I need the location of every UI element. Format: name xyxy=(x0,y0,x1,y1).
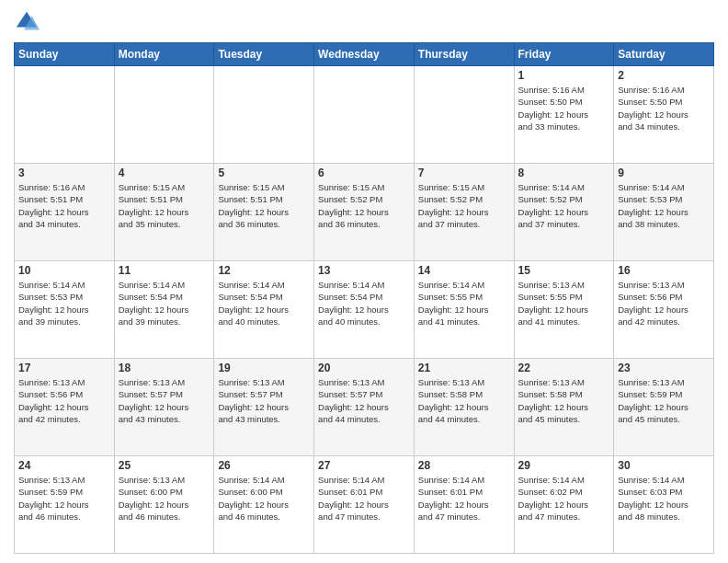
day-info: Sunrise: 5:14 AM Sunset: 6:02 PM Dayligh… xyxy=(518,474,610,523)
day-info: Sunrise: 5:13 AM Sunset: 5:55 PM Dayligh… xyxy=(518,279,610,327)
calendar-cell: 26Sunrise: 5:14 AM Sunset: 6:00 PM Dayli… xyxy=(214,456,314,554)
day-number: 18 xyxy=(119,362,210,374)
day-number: 3 xyxy=(18,167,110,179)
calendar-cell: 8Sunrise: 5:14 AM Sunset: 5:52 PM Daylig… xyxy=(514,164,614,261)
day-info: Sunrise: 5:15 AM Sunset: 5:52 PM Dayligh… xyxy=(318,181,410,230)
weekday-header-friday: Friday xyxy=(514,43,614,66)
calendar-cell: 23Sunrise: 5:13 AM Sunset: 5:59 PM Dayli… xyxy=(614,359,714,456)
day-info: Sunrise: 5:15 AM Sunset: 5:51 PM Dayligh… xyxy=(218,181,310,230)
day-number: 9 xyxy=(618,167,710,179)
logo xyxy=(14,9,43,35)
day-info: Sunrise: 5:13 AM Sunset: 5:58 PM Dayligh… xyxy=(518,376,610,425)
day-number: 10 xyxy=(18,264,110,277)
day-number: 6 xyxy=(318,167,410,179)
day-number: 21 xyxy=(418,362,510,374)
weekday-header-wednesday: Wednesday xyxy=(314,43,415,66)
calendar-cell: 21Sunrise: 5:13 AM Sunset: 5:58 PM Dayli… xyxy=(414,359,514,456)
calendar-cell: 10Sunrise: 5:14 AM Sunset: 5:53 PM Dayli… xyxy=(15,261,115,359)
calendar-cell: 22Sunrise: 5:13 AM Sunset: 5:58 PM Dayli… xyxy=(514,359,614,456)
calendar-table: SundayMondayTuesdayWednesdayThursdayFrid… xyxy=(14,42,714,554)
calendar-cell: 11Sunrise: 5:14 AM Sunset: 5:54 PM Dayli… xyxy=(114,261,214,359)
calendar-cell: 5Sunrise: 5:15 AM Sunset: 5:51 PM Daylig… xyxy=(214,164,314,261)
calendar-cell: 13Sunrise: 5:14 AM Sunset: 5:54 PM Dayli… xyxy=(314,261,415,359)
day-number: 5 xyxy=(218,167,310,179)
day-info: Sunrise: 5:14 AM Sunset: 6:01 PM Dayligh… xyxy=(418,474,510,523)
day-info: Sunrise: 5:13 AM Sunset: 5:59 PM Dayligh… xyxy=(618,376,710,425)
calendar-cell: 2Sunrise: 5:16 AM Sunset: 5:50 PM Daylig… xyxy=(614,66,714,164)
day-number: 4 xyxy=(119,167,210,179)
day-info: Sunrise: 5:13 AM Sunset: 5:57 PM Dayligh… xyxy=(119,376,210,425)
day-number: 1 xyxy=(518,69,610,82)
day-number: 24 xyxy=(18,459,110,472)
day-number: 26 xyxy=(218,459,310,472)
day-number: 19 xyxy=(218,362,310,374)
day-number: 28 xyxy=(418,459,510,472)
calendar-cell: 16Sunrise: 5:13 AM Sunset: 5:56 PM Dayli… xyxy=(614,261,714,359)
calendar-cell xyxy=(114,66,214,164)
weekday-header-tuesday: Tuesday xyxy=(214,43,314,66)
calendar-cell: 6Sunrise: 5:15 AM Sunset: 5:52 PM Daylig… xyxy=(314,164,415,261)
page: SundayMondayTuesdayWednesdayThursdayFrid… xyxy=(0,0,728,563)
calendar-cell: 29Sunrise: 5:14 AM Sunset: 6:02 PM Dayli… xyxy=(514,456,614,554)
calendar-cell: 7Sunrise: 5:15 AM Sunset: 5:52 PM Daylig… xyxy=(414,164,514,261)
day-info: Sunrise: 5:13 AM Sunset: 5:57 PM Dayligh… xyxy=(218,376,310,425)
calendar-cell xyxy=(314,66,415,164)
calendar-cell xyxy=(15,66,115,164)
day-number: 13 xyxy=(318,264,410,277)
weekday-header-monday: Monday xyxy=(114,43,214,66)
calendar-week-2: 3Sunrise: 5:16 AM Sunset: 5:51 PM Daylig… xyxy=(15,164,714,261)
day-number: 12 xyxy=(218,264,310,277)
weekday-header-thursday: Thursday xyxy=(414,43,514,66)
day-info: Sunrise: 5:14 AM Sunset: 6:01 PM Dayligh… xyxy=(318,474,410,523)
logo-icon xyxy=(14,9,40,35)
day-info: Sunrise: 5:14 AM Sunset: 6:00 PM Dayligh… xyxy=(218,474,310,523)
calendar-cell: 1Sunrise: 5:16 AM Sunset: 5:50 PM Daylig… xyxy=(514,66,614,164)
day-number: 11 xyxy=(119,264,210,277)
day-info: Sunrise: 5:13 AM Sunset: 6:00 PM Dayligh… xyxy=(119,474,210,523)
day-info: Sunrise: 5:14 AM Sunset: 5:55 PM Dayligh… xyxy=(418,279,510,327)
day-info: Sunrise: 5:15 AM Sunset: 5:52 PM Dayligh… xyxy=(418,181,510,230)
calendar-week-5: 24Sunrise: 5:13 AM Sunset: 5:59 PM Dayli… xyxy=(15,456,714,554)
weekday-header-saturday: Saturday xyxy=(614,43,714,66)
day-number: 17 xyxy=(18,362,110,374)
day-info: Sunrise: 5:14 AM Sunset: 5:53 PM Dayligh… xyxy=(618,181,710,230)
day-info: Sunrise: 5:13 AM Sunset: 5:56 PM Dayligh… xyxy=(618,279,710,327)
calendar-cell: 4Sunrise: 5:15 AM Sunset: 5:51 PM Daylig… xyxy=(114,164,214,261)
calendar-cell: 20Sunrise: 5:13 AM Sunset: 5:57 PM Dayli… xyxy=(314,359,415,456)
calendar-cell: 15Sunrise: 5:13 AM Sunset: 5:55 PM Dayli… xyxy=(514,261,614,359)
weekday-header-row: SundayMondayTuesdayWednesdayThursdayFrid… xyxy=(15,43,714,66)
day-number: 2 xyxy=(618,69,710,82)
calendar-cell: 30Sunrise: 5:14 AM Sunset: 6:03 PM Dayli… xyxy=(614,456,714,554)
day-number: 27 xyxy=(318,459,410,472)
calendar-cell xyxy=(214,66,314,164)
calendar-cell: 18Sunrise: 5:13 AM Sunset: 5:57 PM Dayli… xyxy=(114,359,214,456)
calendar-cell: 9Sunrise: 5:14 AM Sunset: 5:53 PM Daylig… xyxy=(614,164,714,261)
calendar-cell: 27Sunrise: 5:14 AM Sunset: 6:01 PM Dayli… xyxy=(314,456,415,554)
day-info: Sunrise: 5:16 AM Sunset: 5:51 PM Dayligh… xyxy=(18,181,110,230)
day-info: Sunrise: 5:14 AM Sunset: 6:03 PM Dayligh… xyxy=(618,474,710,523)
day-number: 20 xyxy=(318,362,410,374)
day-info: Sunrise: 5:14 AM Sunset: 5:52 PM Dayligh… xyxy=(518,181,610,230)
day-info: Sunrise: 5:16 AM Sunset: 5:50 PM Dayligh… xyxy=(518,84,610,132)
calendar-cell: 14Sunrise: 5:14 AM Sunset: 5:55 PM Dayli… xyxy=(414,261,514,359)
calendar-header: SundayMondayTuesdayWednesdayThursdayFrid… xyxy=(15,43,714,66)
calendar-cell: 19Sunrise: 5:13 AM Sunset: 5:57 PM Dayli… xyxy=(214,359,314,456)
day-info: Sunrise: 5:13 AM Sunset: 5:58 PM Dayligh… xyxy=(418,376,510,425)
day-info: Sunrise: 5:15 AM Sunset: 5:51 PM Dayligh… xyxy=(119,181,210,230)
day-info: Sunrise: 5:14 AM Sunset: 5:53 PM Dayligh… xyxy=(18,279,110,327)
day-number: 22 xyxy=(518,362,610,374)
calendar-week-1: 1Sunrise: 5:16 AM Sunset: 5:50 PM Daylig… xyxy=(15,66,714,164)
calendar-week-3: 10Sunrise: 5:14 AM Sunset: 5:53 PM Dayli… xyxy=(15,261,714,359)
day-info: Sunrise: 5:13 AM Sunset: 5:56 PM Dayligh… xyxy=(18,376,110,425)
calendar-week-4: 17Sunrise: 5:13 AM Sunset: 5:56 PM Dayli… xyxy=(15,359,714,456)
day-number: 8 xyxy=(518,167,610,179)
day-info: Sunrise: 5:16 AM Sunset: 5:50 PM Dayligh… xyxy=(618,84,710,132)
calendar-cell: 12Sunrise: 5:14 AM Sunset: 5:54 PM Dayli… xyxy=(214,261,314,359)
calendar-cell xyxy=(414,66,514,164)
day-number: 25 xyxy=(119,459,210,472)
calendar-cell: 25Sunrise: 5:13 AM Sunset: 6:00 PM Dayli… xyxy=(114,456,214,554)
calendar-cell: 17Sunrise: 5:13 AM Sunset: 5:56 PM Dayli… xyxy=(15,359,115,456)
day-info: Sunrise: 5:13 AM Sunset: 5:59 PM Dayligh… xyxy=(18,474,110,523)
calendar-cell: 3Sunrise: 5:16 AM Sunset: 5:51 PM Daylig… xyxy=(15,164,115,261)
day-number: 29 xyxy=(518,459,610,472)
